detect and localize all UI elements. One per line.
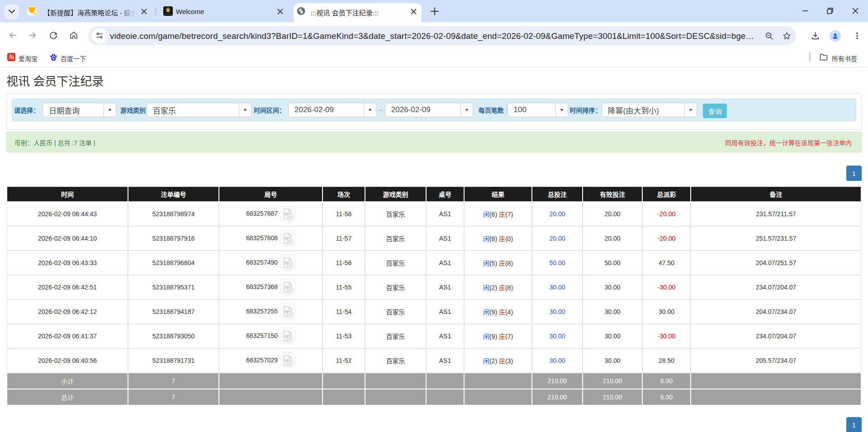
svg-text:du: du	[52, 57, 56, 60]
